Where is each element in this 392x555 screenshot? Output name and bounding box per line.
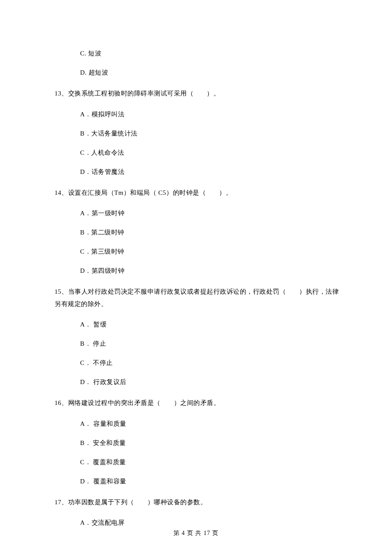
question-15-option-c: C． 不停止 — [55, 358, 339, 367]
question-13-option-b: B．大话务量统计法 — [55, 129, 339, 138]
question-15-stem: 15、当事人对行政处罚决定不服申请行政复议或者提起行政诉讼的，行政处罚（ ）执行… — [55, 286, 339, 310]
page-container: C. 短波 D. 超短波 13、交换系统工程初验时的障碍率测试可采用（ ）。 A… — [0, 0, 392, 555]
question-14-option-c: C．第三级时钟 — [55, 247, 339, 256]
question-17-option-a: A．交流配电屏 — [55, 518, 339, 527]
question-16-option-a: A． 容量和质量 — [55, 419, 339, 428]
question-13-option-d: D．话务管魔法 — [55, 168, 339, 176]
question-16-stem: 16、网络建设过程中的突出矛盾是（ ）之间的矛盾。 — [55, 397, 339, 409]
question-16-option-d: D． 覆盖和容量 — [55, 477, 339, 486]
question-16-option-b: B． 安全和质量 — [55, 439, 339, 448]
page-footer: 第 4 页 共 17 页 — [0, 529, 392, 537]
question-14-option-d: D．第四级时钟 — [55, 266, 339, 275]
orphan-option: C. 短波 — [55, 49, 339, 58]
question-13-option-c: C．人机命令法 — [55, 148, 339, 157]
question-15-option-d: D． 行政复议后 — [55, 378, 339, 387]
question-14-option-b: B．第二级时钟 — [55, 228, 339, 237]
orphan-option: D. 超短波 — [55, 68, 339, 77]
question-16-option-c: C． 覆盖和质量 — [55, 458, 339, 467]
question-17-stem: 17、功率因数是属于下列（ ）哪种设备的参数。 — [55, 496, 339, 509]
question-15-option-a: A． 暂缓 — [55, 320, 339, 329]
question-13-stem: 13、交换系统工程初验时的障碍率测试可采用（ ）。 — [55, 87, 339, 100]
question-15-option-b: B． 停止 — [55, 339, 339, 348]
question-13-option-a: A．模拟呼叫法 — [55, 110, 339, 119]
question-14-option-a: A．第一级时钟 — [55, 209, 339, 218]
question-14-stem: 14、设置在汇接局（Tm）和端局（ C5）的时钟是（ ）。 — [55, 187, 339, 199]
